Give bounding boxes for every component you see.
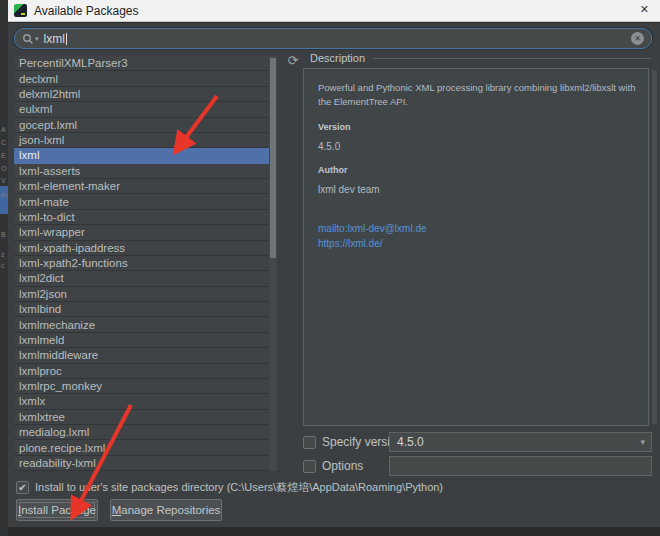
close-icon[interactable]: ✕ bbox=[640, 3, 649, 16]
ide-edge-glyph: A bbox=[1, 126, 6, 133]
version-value: 4.5.0 bbox=[318, 141, 634, 152]
list-item[interactable]: lxmlmeld bbox=[14, 333, 277, 348]
list-item[interactable]: lxml2dict bbox=[14, 271, 277, 286]
list-item[interactable]: lxmlbind bbox=[14, 302, 277, 317]
list-scrollbar-thumb[interactable] bbox=[270, 58, 276, 258]
list-item[interactable]: medialog.lxml bbox=[14, 425, 277, 440]
description-section-label: Description bbox=[310, 52, 365, 64]
dialog-title: Available Packages bbox=[34, 4, 139, 18]
list-item[interactable]: lxml2json bbox=[14, 287, 277, 302]
install-package-button[interactable]: Install Package bbox=[16, 499, 98, 521]
install-location-label: Install to user's site packages director… bbox=[35, 480, 443, 495]
author-value: lxml dev team bbox=[318, 184, 634, 195]
list-item[interactable]: lxml-element-maker bbox=[14, 179, 277, 194]
text-caret bbox=[66, 33, 67, 45]
ide-edge-glyph: V bbox=[1, 177, 6, 184]
ide-edge-glyph: z bbox=[1, 251, 5, 258]
ide-edge-strip: ACEOVPrBzc bbox=[0, 0, 8, 536]
list-item[interactable]: gocept.lxml bbox=[14, 118, 277, 133]
list-item[interactable]: delxml2html bbox=[14, 87, 277, 102]
search-icon bbox=[22, 33, 34, 45]
reload-packages-icon[interactable]: ⟳ bbox=[285, 53, 301, 69]
options-row: Options bbox=[303, 459, 363, 473]
section-divider bbox=[373, 58, 651, 59]
dialog-content: ▾ lxml ✕ PercentilXMLParser3declxmldelxm… bbox=[8, 22, 660, 527]
search-history-chevron-icon[interactable]: ▾ bbox=[35, 35, 39, 43]
package-summary: Powerful and Pythonic XML processing lib… bbox=[318, 81, 640, 109]
package-list: PercentilXMLParser3declxmldelxml2htmleul… bbox=[14, 56, 277, 471]
ide-edge-glyph: Pr bbox=[1, 192, 8, 199]
list-item[interactable]: lxml-mate bbox=[14, 194, 277, 209]
ide-toolwindow-accent bbox=[0, 186, 8, 214]
list-item[interactable]: readability-lxml bbox=[14, 456, 277, 471]
version-select-value: 4.5.0 bbox=[397, 435, 424, 449]
install-location-row: ✔ Install to user's site packages direct… bbox=[16, 480, 443, 495]
list-item[interactable]: lxml-asserts bbox=[14, 164, 277, 179]
description-panel: Powerful and Pythonic XML processing lib… bbox=[303, 68, 649, 426]
list-item[interactable]: lxmlx bbox=[14, 394, 277, 409]
list-item[interactable]: lxml-to-dict bbox=[14, 210, 277, 225]
list-item[interactable]: lxmlrpc_monkey bbox=[14, 379, 277, 394]
mailto-link[interactable]: mailto:lxml-dev@lxml.de bbox=[318, 221, 634, 236]
ide-edge-glyph: E bbox=[1, 152, 6, 159]
clear-search-icon[interactable]: ✕ bbox=[631, 32, 644, 45]
ide-edge-glyph: c bbox=[1, 262, 5, 269]
list-item[interactable]: lxml-xpath-ipaddress bbox=[14, 241, 277, 256]
screenshot-stage: ACEOVPrBzc Available Packages ✕ ▾ lxml ✕ bbox=[0, 0, 660, 536]
options-input[interactable] bbox=[389, 456, 652, 476]
ide-edge-glyph: C bbox=[1, 139, 6, 146]
list-item[interactable]: lxmlxtree bbox=[14, 410, 277, 425]
install-location-checkbox[interactable]: ✔ bbox=[16, 481, 29, 494]
dialog-titlebar: Available Packages ✕ bbox=[8, 0, 660, 22]
version-select[interactable]: 4.5.0 ▾ bbox=[389, 432, 652, 452]
list-item[interactable]: lxmlproc bbox=[14, 364, 277, 379]
options-checkbox[interactable] bbox=[303, 460, 316, 473]
pycharm-icon bbox=[14, 4, 27, 17]
list-item[interactable]: plone.recipe.lxml bbox=[14, 440, 277, 455]
ide-edge-glyph: O bbox=[1, 165, 6, 172]
version-label: Version bbox=[318, 122, 634, 132]
homepage-link[interactable]: https://lxml.de/ bbox=[318, 236, 634, 251]
author-label: Author bbox=[318, 165, 634, 175]
list-item[interactable]: lxmlmechanize bbox=[14, 317, 277, 332]
list-item[interactable]: lxml bbox=[14, 148, 277, 163]
list-item[interactable]: lxml-xpath2-functions bbox=[14, 256, 277, 271]
chevron-down-icon: ▾ bbox=[640, 437, 645, 447]
list-item[interactable]: lxml-wrapper bbox=[14, 225, 277, 240]
search-value: lxml bbox=[44, 32, 65, 46]
list-scrollbar[interactable] bbox=[269, 56, 277, 471]
ide-edge-glyph: B bbox=[1, 231, 6, 238]
manage-repositories-button[interactable]: Manage Repositories bbox=[110, 499, 222, 521]
list-item[interactable]: json-lxml bbox=[14, 133, 277, 148]
list-item[interactable]: eulxml bbox=[14, 102, 277, 117]
specify-version-checkbox[interactable] bbox=[303, 436, 316, 449]
list-item[interactable]: lxmlmiddleware bbox=[14, 348, 277, 363]
list-item[interactable]: PercentilXMLParser3 bbox=[14, 56, 277, 71]
options-label: Options bbox=[322, 459, 363, 473]
available-packages-dialog: Available Packages ✕ ▾ lxml ✕ PercentilX… bbox=[8, 0, 660, 527]
list-item[interactable]: declxml bbox=[14, 71, 277, 86]
description-scrollbar[interactable] bbox=[652, 70, 657, 424]
search-input[interactable]: ▾ lxml ✕ bbox=[14, 28, 652, 49]
